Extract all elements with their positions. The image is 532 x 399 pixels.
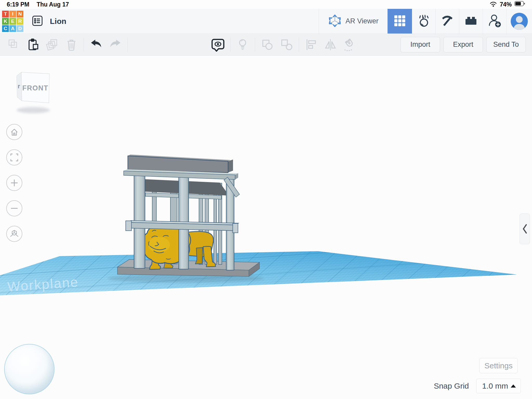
redo-icon <box>109 38 122 51</box>
align-button[interactable] <box>304 37 318 52</box>
caret-up-icon <box>511 384 516 388</box>
zoom-out-icon <box>9 203 19 214</box>
design-title: Lion <box>50 17 66 26</box>
zoom-in-icon <box>9 178 19 188</box>
view-cube[interactable]: r FRONT <box>10 70 55 116</box>
sim-lab-apple-icon <box>417 14 430 29</box>
date: Thu Aug 17 <box>37 1 69 8</box>
view-cube-front-label: FRONT <box>22 84 48 92</box>
show-all-button[interactable] <box>235 37 250 52</box>
ar-cube-icon <box>328 14 342 29</box>
view-controls <box>6 124 22 242</box>
design-canvas[interactable]: Workplane <box>0 0 532 399</box>
battery-icon <box>514 1 525 8</box>
delete-button[interactable] <box>64 37 79 52</box>
comments-button[interactable] <box>211 37 225 52</box>
undo-button[interactable] <box>89 37 103 52</box>
lego-button[interactable] <box>459 9 483 34</box>
ar-viewer-label: AR Viewer <box>345 17 378 25</box>
group-icon <box>261 38 274 51</box>
home-icon <box>9 127 19 137</box>
copy-icon <box>7 38 21 51</box>
copy-button[interactable] <box>6 37 21 52</box>
battery-percent: 74% <box>500 1 512 8</box>
trash-icon <box>65 38 78 51</box>
design-menu-button[interactable] <box>31 15 44 28</box>
minecraft-pickaxe-icon <box>441 14 454 29</box>
settings-button[interactable]: Settings <box>479 358 518 373</box>
lego-brick-icon <box>464 14 478 29</box>
snap-grid-dropdown[interactable]: 1.0 mm <box>476 379 521 393</box>
chevron-left-icon <box>522 224 528 234</box>
add-person-button[interactable] <box>483 9 506 34</box>
snap-grid-control: Snap Grid 1.0 mm <box>434 379 521 393</box>
zoom-in-button[interactable] <box>6 175 22 191</box>
undo-icon <box>89 38 103 51</box>
divider <box>255 38 255 52</box>
import-button[interactable]: Import <box>401 37 440 52</box>
list-icon <box>31 15 44 28</box>
magnet-icon <box>343 38 357 52</box>
model-lion-cage[interactable] <box>108 155 264 283</box>
tinkercad-logo[interactable]: T I N K E R C A D <box>2 11 23 32</box>
ar-viewer-button[interactable]: AR Viewer <box>319 9 387 34</box>
home-view-button[interactable] <box>6 124 22 140</box>
snap-grid-label: Snap Grid <box>434 382 469 390</box>
redo-button[interactable] <box>108 37 123 52</box>
view-cube-left-partial: r <box>18 83 20 90</box>
shapes-grid-icon <box>394 15 406 28</box>
paste-icon <box>26 38 40 51</box>
workplane[interactable]: Workplane <box>0 251 517 295</box>
divider <box>506 9 507 34</box>
edit-toolbar: Import Export Send To <box>0 34 532 56</box>
divider <box>128 38 128 52</box>
duplicate-icon <box>45 38 59 51</box>
fit-view-button[interactable] <box>6 149 22 165</box>
divider <box>84 38 84 52</box>
status-bar: 6:19 PM Thu Aug 17 74% <box>0 0 532 9</box>
zoom-out-button[interactable] <box>6 200 22 216</box>
paste-button[interactable] <box>26 37 40 52</box>
avatar[interactable] <box>511 13 528 30</box>
fit-view-icon <box>9 152 19 163</box>
clock: 6:19 PM <box>7 1 29 8</box>
wifi-icon <box>489 1 497 8</box>
shapes-panel-expander[interactable] <box>520 214 530 244</box>
divider <box>299 38 299 52</box>
minecraft-button[interactable] <box>436 9 459 34</box>
app-header: T I N K E R C A D Lion <box>0 9 532 34</box>
magnet-button[interactable] <box>342 37 357 52</box>
duplicate-button[interactable] <box>45 37 59 52</box>
align-icon <box>304 38 318 51</box>
perspective-icon <box>9 229 19 239</box>
snap-grid-value: 1.0 mm <box>482 382 511 390</box>
ungroup-icon <box>280 38 293 51</box>
orbit-control-sphere[interactable] <box>4 344 55 394</box>
mirror-button[interactable] <box>323 37 338 52</box>
send-to-button[interactable]: Send To <box>486 37 526 52</box>
comment-eye-icon <box>211 38 225 52</box>
shapes-mode-button-active[interactable] <box>388 9 412 34</box>
export-button[interactable]: Export <box>443 37 483 52</box>
perspective-toggle-button[interactable] <box>6 226 22 242</box>
mirror-icon <box>324 38 337 51</box>
divider <box>230 38 230 52</box>
group-button[interactable] <box>260 37 275 52</box>
add-person-icon <box>487 14 502 29</box>
sim-lab-button[interactable] <box>412 9 435 34</box>
lightbulb-icon <box>236 38 249 51</box>
ungroup-button[interactable] <box>279 37 294 52</box>
